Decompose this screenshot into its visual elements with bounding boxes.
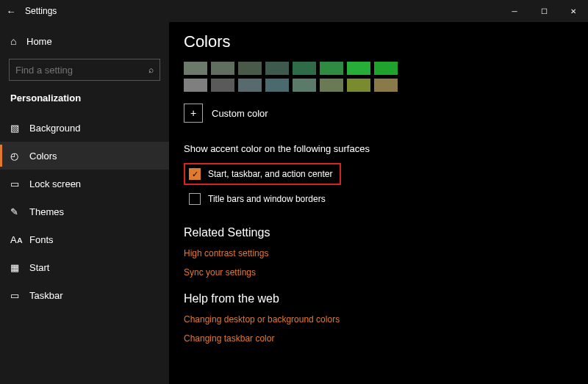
color-swatch[interactable] [265, 62, 289, 75]
minimize-button[interactable]: ─ [500, 0, 529, 22]
main-panel: Colors + Custom color Show accent color … [169, 22, 588, 384]
sidebar-item-label: Start [29, 262, 49, 273]
color-swatch[interactable] [374, 79, 398, 92]
custom-color-button[interactable]: + [184, 104, 203, 123]
sidebar-item-taskbar[interactable]: ▭ Taskbar [0, 281, 169, 309]
start-icon: ▦ [10, 262, 29, 273]
surfaces-heading: Show accent color on the following surfa… [184, 143, 588, 154]
custom-color-label: Custom color [212, 108, 268, 119]
title-bar: ← Settings ─ ☐ ✕ [0, 0, 588, 22]
back-button[interactable]: ← [0, 6, 22, 17]
color-swatch[interactable] [211, 62, 234, 75]
color-swatch[interactable] [238, 79, 262, 92]
link-sync-settings[interactable]: Sync your settings [184, 267, 588, 278]
search-box[interactable]: ⌕ [9, 59, 160, 81]
related-settings-heading: Related Settings [184, 226, 588, 239]
color-swatch[interactable] [211, 79, 234, 92]
checkbox-label: Title bars and window borders [208, 194, 326, 204]
color-swatch[interactable] [238, 62, 262, 75]
color-swatch[interactable] [293, 62, 316, 75]
color-swatch[interactable] [265, 79, 289, 92]
sidebar-item-fonts[interactable]: Aᴀ Fonts [0, 225, 169, 253]
sidebar-item-label: Background [29, 123, 80, 134]
lock-screen-icon: ▭ [10, 178, 29, 189]
checkbox-start-taskbar[interactable]: ✓ [189, 168, 201, 180]
color-swatch[interactable] [347, 79, 370, 92]
sidebar-item-label: Lock screen [29, 178, 81, 189]
taskbar-icon: ▭ [10, 290, 29, 301]
color-swatch[interactable] [320, 62, 343, 75]
color-swatch[interactable] [184, 62, 207, 75]
sidebar-item-label: Themes [29, 206, 64, 217]
sidebar-item-label: Fonts [29, 234, 54, 245]
sidebar-item-label: Colors [29, 151, 57, 162]
link-help-desktop-colors[interactable]: Changing desktop or background colors [184, 314, 588, 325]
app-title: Settings [22, 6, 500, 16]
fonts-icon: Aᴀ [10, 234, 29, 245]
sidebar-item-label: Taskbar [29, 290, 63, 301]
home-icon: ⌂ [10, 35, 26, 47]
color-swatch-grid [184, 62, 588, 92]
link-high-contrast[interactable]: High contrast settings [184, 248, 588, 258]
page-title: Colors [184, 32, 588, 51]
sidebar-item-background[interactable]: ▧ Background [0, 114, 169, 142]
link-help-taskbar-color[interactable]: Changing taskbar color [184, 333, 588, 344]
color-swatch[interactable] [347, 62, 370, 75]
color-swatch[interactable] [374, 62, 398, 75]
sidebar-item-colors[interactable]: ◴ Colors [0, 142, 169, 170]
help-heading: Help from the web [184, 292, 588, 305]
home-label: Home [26, 36, 52, 47]
checkbox-title-bars[interactable] [189, 193, 201, 205]
sidebar-item-themes[interactable]: ✎ Themes [0, 198, 169, 225]
themes-icon: ✎ [10, 206, 29, 217]
sidebar-item-start[interactable]: ▦ Start [0, 253, 169, 281]
background-icon: ▧ [10, 123, 29, 134]
home-button[interactable]: ⌂ Home [0, 28, 169, 54]
search-input[interactable] [15, 65, 148, 76]
color-swatch[interactable] [293, 79, 316, 92]
annotation-highlight: ✓ Start, taskbar, and action center [184, 163, 341, 185]
sidebar: ⌂ Home ⌕ Personalization ▧ Background ◴ … [0, 22, 169, 384]
search-icon: ⌕ [148, 65, 154, 75]
color-swatch[interactable] [320, 79, 343, 92]
colors-icon: ◴ [10, 151, 29, 162]
category-header: Personalization [0, 88, 169, 114]
checkbox-label: Start, taskbar, and action center [208, 169, 332, 179]
color-swatch[interactable] [184, 79, 207, 92]
maximize-button[interactable]: ☐ [529, 0, 559, 22]
sidebar-item-lock-screen[interactable]: ▭ Lock screen [0, 170, 169, 198]
close-button[interactable]: ✕ [559, 0, 588, 22]
